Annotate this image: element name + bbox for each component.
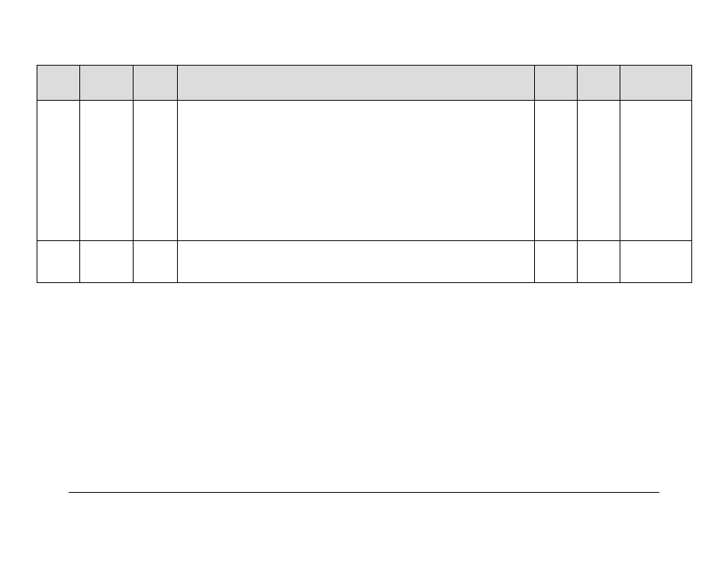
table-header-cell	[37, 66, 80, 101]
table-cell	[80, 101, 134, 241]
table-header-row	[37, 66, 692, 101]
document-table	[37, 65, 692, 283]
table-cell	[578, 101, 620, 241]
table-cell	[37, 241, 80, 283]
table-header-cell	[134, 66, 178, 101]
table-cell	[535, 101, 578, 241]
table-header-cell	[620, 66, 692, 101]
table-cell	[620, 241, 692, 283]
table-row	[37, 241, 692, 283]
document-table-container	[37, 65, 691, 283]
table-cell	[578, 241, 620, 283]
footer-horizontal-rule	[69, 492, 659, 493]
table-cell	[620, 101, 692, 241]
table-cell	[134, 101, 178, 241]
table-cell	[535, 241, 578, 283]
table-cell	[80, 241, 134, 283]
table-cell	[178, 241, 535, 283]
table-cell	[37, 101, 80, 241]
table-cell	[178, 101, 535, 241]
table-header-cell	[578, 66, 620, 101]
table-header-cell	[80, 66, 134, 101]
table-header-cell	[178, 66, 535, 101]
table-cell	[134, 241, 178, 283]
table-row	[37, 101, 692, 241]
table-header-cell	[535, 66, 578, 101]
